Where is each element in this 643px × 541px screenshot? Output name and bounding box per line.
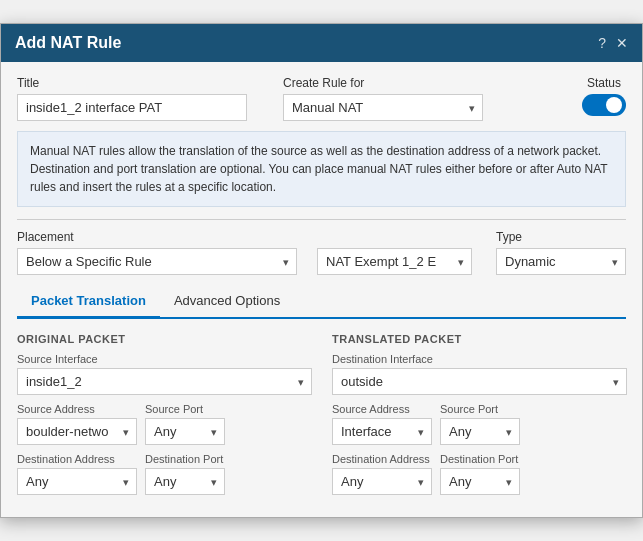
add-nat-rule-dialog: Add NAT Rule ? ✕ Title Create Rule for M… — [0, 23, 643, 518]
create-rule-group: Create Rule for Manual NAT Auto NAT — [283, 76, 483, 121]
status-label: Status — [587, 76, 621, 90]
divider1 — [17, 219, 626, 220]
orig-dst-addr-select[interactable]: Any — [17, 468, 137, 495]
trans-dst-interface-group: Destination Interface outside — [332, 353, 627, 395]
exempt-select[interactable]: NAT Exempt 1_2 E — [317, 248, 472, 275]
info-text: Manual NAT rules allow the translation o… — [17, 131, 626, 207]
trans-src-addr-label: Source Address — [332, 403, 432, 415]
orig-dst-addr-label: Destination Address — [17, 453, 137, 465]
toggle-slider — [582, 94, 626, 116]
placement-row: Placement Below a Specific Rule Above a … — [17, 230, 626, 275]
trans-src-port-label: Source Port — [440, 403, 520, 415]
create-rule-select[interactable]: Manual NAT Auto NAT — [283, 94, 483, 121]
orig-src-port-group: Source Port Any — [145, 403, 225, 445]
orig-dst-addr-group: Destination Address Any — [17, 453, 137, 495]
title-bar-icons: ? ✕ — [598, 35, 628, 51]
trans-src-port-select[interactable]: Any — [440, 418, 520, 445]
title-group: Title — [17, 76, 247, 121]
type-wrapper: Dynamic Static Dynamic PAT — [496, 248, 626, 275]
orig-dst-port-wrapper: Any — [145, 468, 225, 495]
orig-src-addr-label: Source Address — [17, 403, 137, 415]
orig-src-interface-label: Source Interface — [17, 353, 312, 365]
dialog-title: Add NAT Rule — [15, 34, 121, 52]
trans-dst-addr-group: Destination Address Any — [332, 453, 432, 495]
type-label: Type — [496, 230, 626, 244]
trans-dst-row: Destination Address Any Destination Port… — [332, 453, 627, 495]
trans-src-addr-group: Source Address Interface Any — [332, 403, 432, 445]
orig-src-addr-select[interactable]: boulder-network Any — [17, 418, 137, 445]
original-packet-header: ORIGINAL PACKET — [17, 333, 312, 345]
trans-dst-port-select[interactable]: Any — [440, 468, 520, 495]
trans-dst-port-wrapper: Any — [440, 468, 520, 495]
orig-dst-row: Destination Address Any Destination Port… — [17, 453, 312, 495]
trans-src-row: Source Address Interface Any Source Port — [332, 403, 627, 445]
status-group: Status — [582, 76, 626, 116]
top-row: Title Create Rule for Manual NAT Auto NA… — [17, 76, 626, 121]
type-group: Type Dynamic Static Dynamic PAT — [496, 230, 626, 275]
orig-src-port-wrapper: Any — [145, 418, 225, 445]
trans-dst-addr-wrapper: Any — [332, 468, 432, 495]
packet-translation-content: ORIGINAL PACKET Source Interface inside1… — [17, 333, 626, 503]
trans-src-port-wrapper: Any — [440, 418, 520, 445]
trans-dst-interface-select[interactable]: outside — [332, 368, 627, 395]
placement-label: Placement — [17, 230, 297, 244]
original-packet-col: ORIGINAL PACKET Source Interface inside1… — [17, 333, 312, 503]
orig-src-row: Source Address boulder-network Any Sourc… — [17, 403, 312, 445]
close-icon[interactable]: ✕ — [616, 35, 628, 51]
orig-src-addr-wrapper: boulder-network Any — [17, 418, 137, 445]
orig-dst-addr-wrapper: Any — [17, 468, 137, 495]
tabs: Packet Translation Advanced Options — [17, 285, 626, 319]
type-select[interactable]: Dynamic Static Dynamic PAT — [496, 248, 626, 275]
tab-advanced-options[interactable]: Advanced Options — [160, 285, 294, 319]
orig-src-interface-wrapper: inside1_2 — [17, 368, 312, 395]
trans-dst-port-group: Destination Port Any — [440, 453, 520, 495]
orig-dst-port-select[interactable]: Any — [145, 468, 225, 495]
title-label: Title — [17, 76, 247, 90]
trans-src-addr-wrapper: Interface Any — [332, 418, 432, 445]
trans-dst-interface-wrapper: outside — [332, 368, 627, 395]
create-rule-label: Create Rule for — [283, 76, 483, 90]
title-input[interactable] — [17, 94, 247, 121]
tab-packet-translation[interactable]: Packet Translation — [17, 285, 160, 319]
trans-dst-interface-label: Destination Interface — [332, 353, 627, 365]
exempt-wrapper: NAT Exempt 1_2 E — [317, 248, 472, 275]
trans-src-addr-select[interactable]: Interface Any — [332, 418, 432, 445]
create-rule-wrapper: Manual NAT Auto NAT — [283, 94, 483, 121]
dialog-content: Title Create Rule for Manual NAT Auto NA… — [1, 62, 642, 517]
orig-src-port-select[interactable]: Any — [145, 418, 225, 445]
orig-src-interface-select[interactable]: inside1_2 — [17, 368, 312, 395]
orig-src-addr-group: Source Address boulder-network Any — [17, 403, 137, 445]
status-toggle[interactable] — [582, 94, 626, 116]
orig-src-port-label: Source Port — [145, 403, 225, 415]
placement-select[interactable]: Below a Specific Rule Above a Specific R… — [17, 248, 297, 275]
orig-dst-port-group: Destination Port Any — [145, 453, 225, 495]
orig-dst-port-label: Destination Port — [145, 453, 225, 465]
translated-packet-col: TRANSLATED PACKET Destination Interface … — [332, 333, 627, 503]
translated-packet-header: TRANSLATED PACKET — [332, 333, 627, 345]
orig-src-interface-group: Source Interface inside1_2 — [17, 353, 312, 395]
help-icon[interactable]: ? — [598, 35, 606, 51]
trans-dst-port-label: Destination Port — [440, 453, 520, 465]
placement-wrapper: Below a Specific Rule Above a Specific R… — [17, 248, 297, 275]
title-bar: Add NAT Rule ? ✕ — [1, 24, 642, 62]
trans-dst-addr-select[interactable]: Any — [332, 468, 432, 495]
trans-dst-addr-label: Destination Address — [332, 453, 432, 465]
trans-src-port-group: Source Port Any — [440, 403, 520, 445]
placement-group: Placement Below a Specific Rule Above a … — [17, 230, 297, 275]
